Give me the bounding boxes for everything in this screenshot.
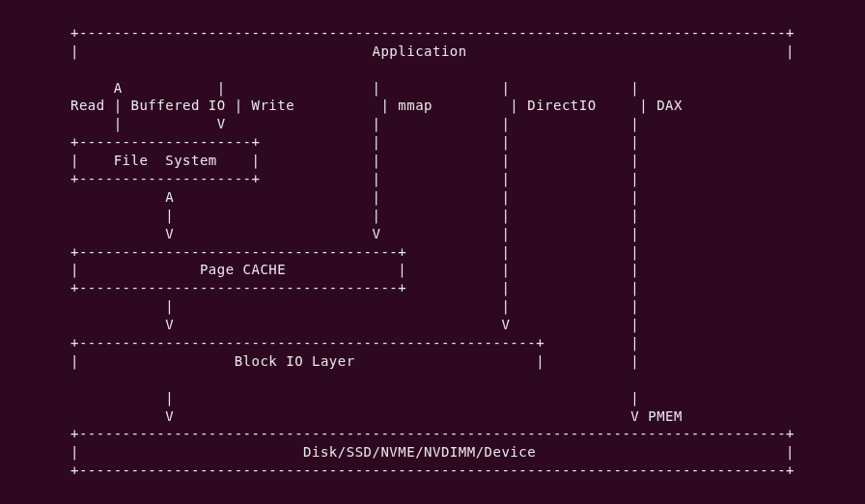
ascii-io-stack-diagram: +---------------------------------------… <box>70 24 795 480</box>
